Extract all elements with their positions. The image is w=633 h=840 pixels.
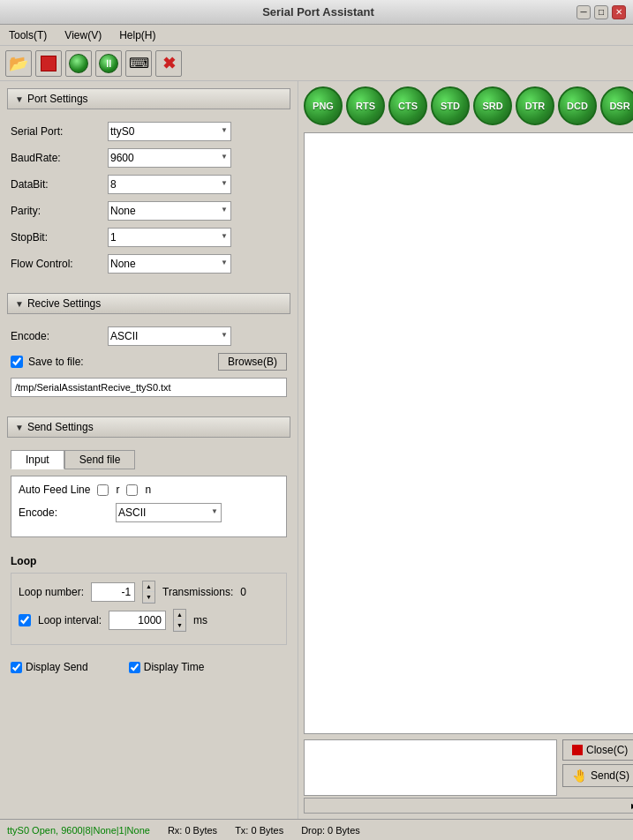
port-settings-arrow: ▼ <box>15 94 24 104</box>
serial-port-wrapper[interactable]: ttyS0 <box>108 122 231 141</box>
port-settings-label: Port Settings <box>27 93 88 105</box>
left-panel: ▼ Port Settings Serial Port: ttyS0 BaudR… <box>0 81 298 819</box>
toolbar: 📂 ⏸ ⌨ ✖ <box>0 46 633 81</box>
send-button[interactable]: 🤚 Send(S) <box>562 764 633 787</box>
receive-settings-header[interactable]: ▼ Recive Settings <box>7 293 290 314</box>
receive-settings-label: Recive Settings <box>27 297 101 310</box>
send-settings-group: Input Send file Auto Feed Line r n Encod… <box>7 445 290 543</box>
close-window-button[interactable]: ✕ <box>612 5 626 19</box>
status-bar: ttyS0 Open, 9600|8|None|1|None Rx: 0 Byt… <box>0 819 633 840</box>
loop-interval-row: Loop interval: 1000 ▲ ▼ ms <box>19 609 279 632</box>
tab-input[interactable]: Input <box>11 450 64 469</box>
close-icon <box>572 745 583 755</box>
send-settings-label: Send Settings <box>27 421 94 433</box>
loop-number-spinner[interactable]: ▲ ▼ <box>142 581 155 604</box>
loop-interval-checkbox[interactable] <box>19 614 31 626</box>
send-encode-wrapper[interactable]: ASCII <box>116 503 222 522</box>
databit-label: DataBit: <box>11 178 108 191</box>
save-to-file-checkbox[interactable] <box>11 356 23 368</box>
send-settings-header[interactable]: ▼ Send Settings <box>7 416 290 438</box>
auto-feed-row: Auto Feed Line r n <box>19 484 279 496</box>
send-settings-arrow: ▼ <box>15 423 24 432</box>
spin-up-icon[interactable]: ▲ <box>143 581 154 592</box>
tab-send-file[interactable]: Send file <box>64 450 136 469</box>
flow-control-select[interactable]: None <box>108 254 231 274</box>
encode-label: Encode: <box>11 330 108 342</box>
save-to-file-row: Save to file: Browse(B) <box>11 353 287 371</box>
n-label: n <box>145 484 151 496</box>
display-send-checkbox[interactable] <box>11 662 22 673</box>
browse-button[interactable]: Browse(B) <box>218 353 287 371</box>
port-settings-group: Serial Port: ttyS0 BaudRate: 9600 DataBi… <box>7 116 290 286</box>
keyboard-button[interactable]: ⌨ <box>125 50 152 77</box>
signal-srd[interactable]: SRD <box>473 86 512 125</box>
send-icon: 🤚 <box>572 769 587 783</box>
display-time-text: Display Time <box>144 661 205 673</box>
parity-label: Parity: <box>11 205 108 217</box>
loop-interval-input[interactable]: 1000 <box>109 611 166 630</box>
ms-label: ms <box>193 614 207 626</box>
main-layout: ▼ Port Settings Serial Port: ttyS0 BaudR… <box>0 81 633 819</box>
parity-wrapper[interactable]: None <box>108 201 231 221</box>
signal-dcd[interactable]: DCD <box>558 86 597 125</box>
loop-interval-spinner[interactable]: ▲ ▼ <box>173 609 186 632</box>
stopbit-wrapper[interactable]: 1 <box>108 228 231 247</box>
parity-select[interactable]: None <box>108 201 231 221</box>
file-path-input[interactable]: /tmp/SerialAssistantRecive_ttyS0.txt <box>11 378 287 397</box>
pause-button[interactable]: ⏸ <box>95 50 122 77</box>
n-checkbox[interactable] <box>126 484 138 496</box>
encode-select[interactable]: ASCII <box>108 326 231 346</box>
interval-spin-up-icon[interactable]: ▲ <box>174 610 185 620</box>
signal-dsr[interactable]: DSR <box>600 86 633 125</box>
connect-button[interactable] <box>65 50 92 77</box>
rx-status: Rx: 0 Bytes <box>168 825 217 836</box>
flow-control-label: Flow Control: <box>11 258 108 270</box>
r-checkbox[interactable] <box>97 484 109 496</box>
stop-button[interactable] <box>35 50 62 77</box>
flow-control-wrapper[interactable]: None <box>108 254 231 274</box>
baudrate-label: BaudRate: <box>11 152 108 164</box>
open-button[interactable]: 📂 <box>5 50 32 77</box>
baudrate-row: BaudRate: 9600 <box>11 148 287 168</box>
signal-rts[interactable]: RTS <box>346 86 385 125</box>
serial-port-label: Serial Port: <box>11 125 108 138</box>
send-input[interactable] <box>304 739 557 796</box>
spin-down-icon[interactable]: ▼ <box>143 592 154 603</box>
databit-select[interactable]: 8 <box>108 175 231 194</box>
window-controls[interactable]: ─ □ ✕ <box>576 5 626 19</box>
loop-number-row: Loop number: -1 ▲ ▼ Transmissions: 0 <box>19 581 279 604</box>
maximize-button[interactable]: □ <box>594 5 608 19</box>
close-button[interactable]: Close(C) <box>562 739 633 761</box>
signal-cts[interactable]: CTS <box>388 86 427 125</box>
menu-view[interactable]: View(V) <box>59 27 107 43</box>
signal-dtr[interactable]: DTR <box>516 86 554 125</box>
minimize-button[interactable]: ─ <box>576 5 591 19</box>
databit-wrapper[interactable]: 8 <box>108 175 231 194</box>
signal-png[interactable]: PNG <box>304 86 343 125</box>
interval-spin-down-icon[interactable]: ▼ <box>174 620 185 631</box>
window-title: Serial Port Assistant <box>60 5 576 19</box>
save-to-file-label: Save to file: <box>28 356 84 368</box>
baudrate-select[interactable]: 9600 <box>108 148 231 168</box>
send-encode-select[interactable]: ASCII <box>116 503 222 522</box>
display-time-checkbox[interactable] <box>129 662 140 673</box>
transmissions-label: Transmissions: <box>162 586 233 598</box>
drop-status: Drop: 0 Bytes <box>301 825 360 836</box>
display-time-label[interactable]: Display Time <box>129 661 205 673</box>
transmissions-value: 0 <box>240 586 246 598</box>
send-encode-label: Encode: <box>19 506 116 519</box>
encode-wrapper[interactable]: ASCII <box>108 326 231 346</box>
bottom-checkboxes: Display Send Display Time <box>7 657 290 677</box>
tab-content-input: Auto Feed Line r n Encode: ASCII <box>11 476 287 537</box>
port-settings-header[interactable]: ▼ Port Settings <box>7 88 290 109</box>
serial-port-select[interactable]: ttyS0 <box>108 122 231 141</box>
stopbit-select[interactable]: 1 <box>108 228 231 247</box>
menu-tools[interactable]: Tools(T) <box>4 27 52 43</box>
disconnect-button[interactable]: ✖ <box>155 50 182 77</box>
display-send-label[interactable]: Display Send <box>11 661 88 673</box>
baudrate-wrapper[interactable]: 9600 <box>108 148 231 168</box>
signal-std[interactable]: STD <box>431 86 470 125</box>
menu-help[interactable]: Help(H) <box>114 27 161 43</box>
input-area: Close(C) 🤚 Send(S) <box>304 739 633 796</box>
loop-number-input[interactable]: -1 <box>91 582 135 602</box>
